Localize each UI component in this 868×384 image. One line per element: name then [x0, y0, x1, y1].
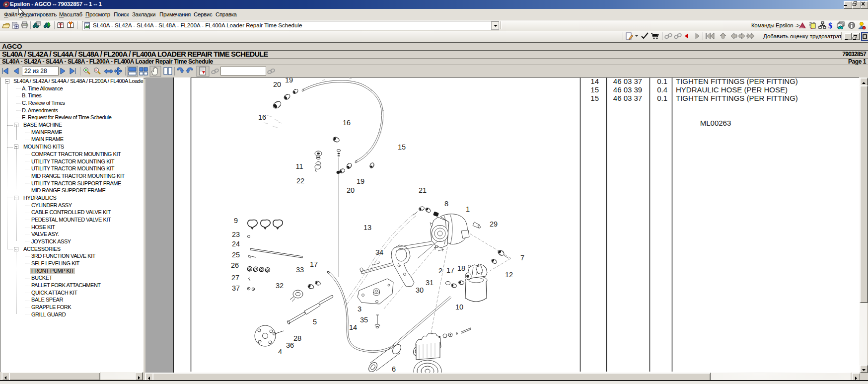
svg-text:20: 20	[347, 186, 355, 194]
svg-text:10: 10	[455, 303, 463, 311]
svg-text:46 03 39: 46 03 39	[613, 85, 642, 94]
svg-text:11: 11	[295, 162, 303, 170]
svg-text:1: 1	[466, 205, 470, 213]
svg-text:0.1: 0.1	[657, 77, 667, 85]
svg-text:18: 18	[457, 264, 465, 272]
svg-text:6: 6	[392, 365, 396, 373]
svg-text:27: 27	[231, 274, 239, 282]
svg-text:$: $	[828, 21, 832, 30]
svg-text:37: 37	[232, 284, 240, 292]
svg-text:29: 29	[490, 220, 498, 228]
svg-text:7: 7	[520, 254, 524, 262]
svg-text:16: 16	[343, 119, 351, 127]
svg-text:14: 14	[349, 323, 357, 331]
svg-text:21: 21	[419, 186, 427, 194]
svg-text:HYDRAULIC HOSE (PER HOSE): HYDRAULIC HOSE (PER HOSE)	[676, 85, 788, 94]
svg-text:4: 4	[278, 348, 282, 356]
svg-text:46 03 37: 46 03 37	[613, 94, 642, 102]
svg-text:16: 16	[258, 113, 266, 121]
svg-text:8: 8	[444, 200, 448, 208]
svg-text:33: 33	[296, 266, 304, 274]
svg-text:30: 30	[416, 286, 424, 294]
svg-text:5: 5	[313, 318, 317, 326]
svg-text:22: 22	[296, 177, 304, 185]
svg-text:15: 15	[398, 143, 406, 151]
svg-text:TIGHTEN FITTINGS (PER FITTING): TIGHTEN FITTINGS (PER FITTING)	[676, 94, 798, 102]
svg-text:15: 15	[590, 94, 599, 102]
svg-text:ML00263: ML00263	[700, 119, 731, 127]
svg-text:12: 12	[505, 271, 513, 279]
svg-text:2: 2	[438, 267, 442, 275]
svg-text:13: 13	[363, 224, 371, 231]
svg-text:17: 17	[446, 266, 454, 274]
svg-text:9: 9	[234, 217, 238, 225]
svg-text:24: 24	[232, 240, 240, 248]
svg-text:3: 3	[358, 305, 362, 313]
svg-text:0.4: 0.4	[657, 85, 667, 94]
svg-text:34: 34	[375, 248, 383, 256]
svg-text:26: 26	[231, 261, 239, 269]
svg-text:14: 14	[590, 77, 599, 85]
svg-text:19: 19	[285, 77, 293, 84]
svg-text:31: 31	[426, 279, 434, 287]
svg-text:23: 23	[232, 230, 240, 238]
svg-text:TIGHTEN FITTINGS (PER FITTING): TIGHTEN FITTINGS (PER FITTING)	[676, 77, 798, 85]
svg-text:0.1: 0.1	[657, 94, 667, 102]
svg-text:20: 20	[273, 80, 281, 88]
svg-text:36: 36	[286, 341, 294, 349]
svg-text:46 03 37: 46 03 37	[613, 77, 642, 85]
svg-text:25: 25	[232, 251, 240, 259]
svg-text:35: 35	[360, 316, 368, 324]
svg-text:19: 19	[357, 177, 364, 185]
svg-text:28: 28	[293, 334, 301, 342]
svg-text:17: 17	[310, 260, 318, 268]
svg-text:32: 32	[276, 282, 284, 290]
svg-text:15: 15	[590, 85, 599, 94]
